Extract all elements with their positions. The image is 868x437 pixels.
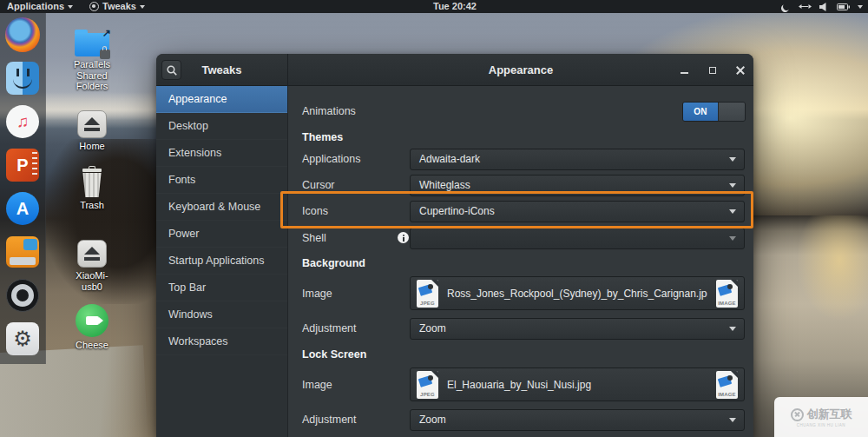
animations-toggle[interactable]: ON xyxy=(682,102,746,122)
tweaks-appmenu-label: Tweaks xyxy=(102,0,136,13)
drive-eject-icon xyxy=(77,110,107,138)
applications-menu-label: Applications xyxy=(7,0,64,13)
applications-menu[interactable]: Applications xyxy=(7,0,73,13)
dock: ♫ P A ⚙ xyxy=(0,13,46,364)
file-badge: IMAGE xyxy=(716,301,738,306)
appstore-icon: A xyxy=(6,192,39,225)
trash-icon xyxy=(79,169,105,197)
toggle-handle xyxy=(718,103,745,121)
dock-lens[interactable] xyxy=(4,278,41,313)
background-adjustment-label: Adjustment xyxy=(302,322,357,334)
jpeg-file-icon: JPEG xyxy=(417,280,438,308)
desktop-icon-parallels-shared-folders[interactable]: ↗ Parallels Shared Folders xyxy=(68,30,116,92)
dock-parallels-toolbox[interactable] xyxy=(4,235,41,269)
chevron-down-icon xyxy=(68,5,73,9)
background-header: Background xyxy=(302,257,365,269)
sidebar-item-power[interactable]: Power xyxy=(156,221,287,248)
dock-appstore[interactable]: A xyxy=(4,191,41,226)
desktop-icon-home[interactable]: Home xyxy=(68,110,116,152)
dock-powerpoint[interactable]: P xyxy=(4,148,41,182)
icons-theme-dropdown[interactable]: Cupertino-iCons xyxy=(410,201,745,222)
tweaks-appmenu[interactable]: Tweaks xyxy=(89,0,145,13)
shell-theme-label: Shell xyxy=(302,232,326,244)
dropdown-arrow-icon xyxy=(729,418,736,422)
dropdown-arrow-icon xyxy=(729,157,736,162)
jpeg-file-icon: JPEG xyxy=(417,371,438,399)
lock-screen-header: Lock Screen xyxy=(302,348,366,361)
chevron-down-icon xyxy=(140,5,145,9)
lock-screen-adjustment-dropdown[interactable]: Zoom xyxy=(410,409,745,431)
dropdown-value: Zoom xyxy=(419,414,446,426)
desktop-icon-xiaomi-usb0[interactable]: XiaoMi-usb0 xyxy=(68,240,116,292)
sidebar-item-appearance[interactable]: Appearance xyxy=(156,86,287,113)
dropdown-value: Adwaita-dark xyxy=(419,153,480,165)
shared-folder-icon: ↗ xyxy=(75,33,109,56)
drive-eject-icon xyxy=(77,240,107,268)
window-controls xyxy=(678,54,746,86)
finder-icon xyxy=(6,62,39,95)
sidebar-item-startup-applications[interactable]: Startup Applications xyxy=(156,248,287,275)
desktop-icon-label: XiaoMi-usb0 xyxy=(68,270,116,292)
shell-theme-dropdown[interactable] xyxy=(410,228,745,249)
sidebar-item-workspaces[interactable]: Workspaces xyxy=(156,328,287,355)
background-image-button[interactable]: JPEG Ross_Jones_Rockpool_(Sydney)_by_Chr… xyxy=(410,276,745,310)
applications-theme-label: Applications xyxy=(302,153,360,165)
dropdown-arrow-icon xyxy=(729,327,736,331)
sidebar-item-windows[interactable]: Windows xyxy=(156,301,287,328)
applications-theme-dropdown[interactable]: Adwaita-dark xyxy=(410,149,745,170)
lock-screen-image-button[interactable]: JPEG El_Haouaria_by_Nusi_Nusi.jpg IMAGE xyxy=(410,367,745,401)
dock-music[interactable]: ♫ xyxy=(4,104,41,139)
sidebar-item-keyboard-mouse[interactable]: Keyboard & Mouse xyxy=(156,194,287,221)
sidebar-item-fonts[interactable]: Fonts xyxy=(156,167,287,194)
volume-icon xyxy=(819,3,829,11)
sidebar-item-top-bar[interactable]: Top Bar xyxy=(156,275,287,301)
dock-finder[interactable] xyxy=(4,61,41,96)
desktop-icon-label: Trash xyxy=(68,200,116,211)
powerpoint-icon: P xyxy=(6,149,39,182)
desktop-icon-trash[interactable]: Trash xyxy=(68,169,116,211)
background-adjustment-dropdown[interactable]: Zoom xyxy=(410,318,745,340)
sidebar-item-extensions[interactable]: Extensions xyxy=(156,140,287,167)
chevron-down-icon xyxy=(858,5,863,9)
search-button[interactable] xyxy=(161,60,181,80)
desktop-icon-cheese[interactable]: Cheese xyxy=(68,304,116,351)
clock-menu[interactable]: Tue 20:42 xyxy=(433,0,477,13)
dropdown-arrow-icon xyxy=(729,209,736,214)
clock-label: Tue 20:42 xyxy=(433,0,477,13)
watermark-logo-icon xyxy=(791,408,804,421)
dropdown-arrow-icon xyxy=(729,183,736,188)
cheese-camera-icon xyxy=(76,304,108,337)
dropdown-value: Whiteglass xyxy=(419,179,470,191)
lock-screen-image-label: Image xyxy=(302,379,332,391)
cursor-theme-dropdown[interactable]: Whiteglass xyxy=(410,175,745,196)
icons-theme-label: Icons xyxy=(302,205,328,217)
watermark: 创新互联 CHUANG XIN HU LIAN xyxy=(774,397,868,437)
background-image-filename: Ross_Jones_Rockpool_(Sydney)_by_Chris_Ca… xyxy=(447,288,707,300)
system-status-area[interactable] xyxy=(783,0,863,13)
themes-header: Themes xyxy=(302,131,343,143)
sidebar-item-desktop[interactable]: Desktop xyxy=(156,113,287,140)
file-badge: JPEG xyxy=(417,392,438,397)
toggle-on-label: ON xyxy=(683,103,718,121)
desktop-icon-label: Parallels Shared Folders xyxy=(68,59,116,92)
lens-icon xyxy=(6,279,39,312)
dock-settings[interactable]: ⚙ xyxy=(4,321,41,356)
music-icon: ♫ xyxy=(6,105,39,138)
file-badge: JPEG xyxy=(417,301,438,306)
watermark-text-cn: 创新互联 xyxy=(807,407,852,422)
maximize-button[interactable] xyxy=(706,63,719,76)
toolbox-icon xyxy=(6,236,39,268)
minimize-button[interactable] xyxy=(678,63,691,76)
dropdown-value: Zoom xyxy=(419,322,446,334)
network-icon xyxy=(799,3,812,10)
battery-icon xyxy=(837,3,850,10)
top-panel: Applications Tweaks Tue 20:42 xyxy=(0,0,868,13)
lock-emblem-icon xyxy=(100,50,110,59)
close-button[interactable] xyxy=(733,63,746,76)
lock-screen-image-filename: El_Haouaria_by_Nusi_Nusi.jpg xyxy=(447,379,707,391)
sidebar: Appearance Desktop Extensions Fonts Keyb… xyxy=(156,86,288,437)
tweaks-app-icon xyxy=(89,2,99,11)
background-image-label: Image xyxy=(302,288,332,300)
dock-firefox[interactable] xyxy=(4,17,41,52)
shortcut-arrow-icon: ↗ xyxy=(102,28,111,40)
